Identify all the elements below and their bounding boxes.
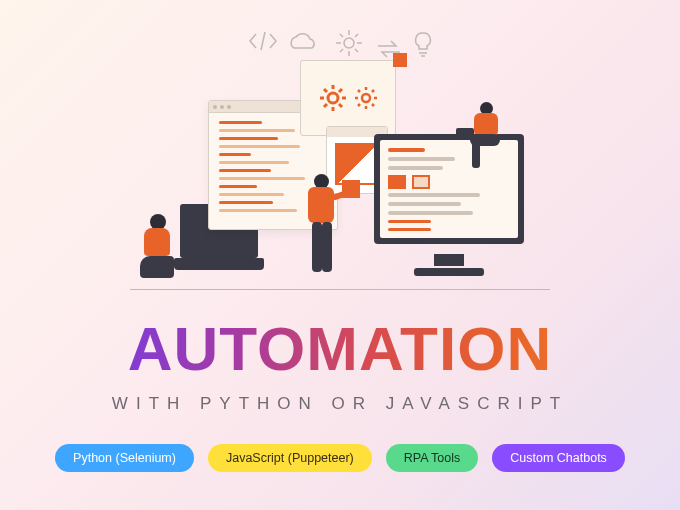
person-standing (292, 174, 352, 284)
svg-point-2 (362, 94, 370, 102)
svg-point-1 (328, 93, 338, 103)
gear-sketch-icon (334, 28, 364, 58)
pill-chatbots: Custom Chatbots (492, 444, 625, 472)
hero-subtitle: WITH PYTHON OR JAVASCRIPT (0, 394, 680, 414)
pill-js: JavaScript (Puppeteer) (208, 444, 372, 472)
code-bracket-icon (248, 30, 278, 52)
mini-laptop (456, 128, 474, 140)
person-on-monitor (464, 102, 514, 172)
svg-point-0 (344, 38, 354, 48)
box-icon (342, 180, 360, 198)
cloud-icon (286, 32, 320, 54)
square-icon (393, 53, 407, 67)
pill-python: Python (Selenium) (55, 444, 194, 472)
ground-line (130, 289, 550, 290)
hero-title: AUTOMATION (0, 318, 680, 380)
lightbulb-icon (412, 30, 434, 60)
person-sitting (130, 194, 190, 284)
tech-pill-row: Python (Selenium) JavaScript (Puppeteer)… (0, 444, 680, 472)
hero-illustration (130, 30, 550, 290)
pill-rpa: RPA Tools (386, 444, 479, 472)
settings-card (300, 60, 396, 136)
gear-icon (318, 83, 348, 113)
gear-icon (354, 86, 378, 110)
